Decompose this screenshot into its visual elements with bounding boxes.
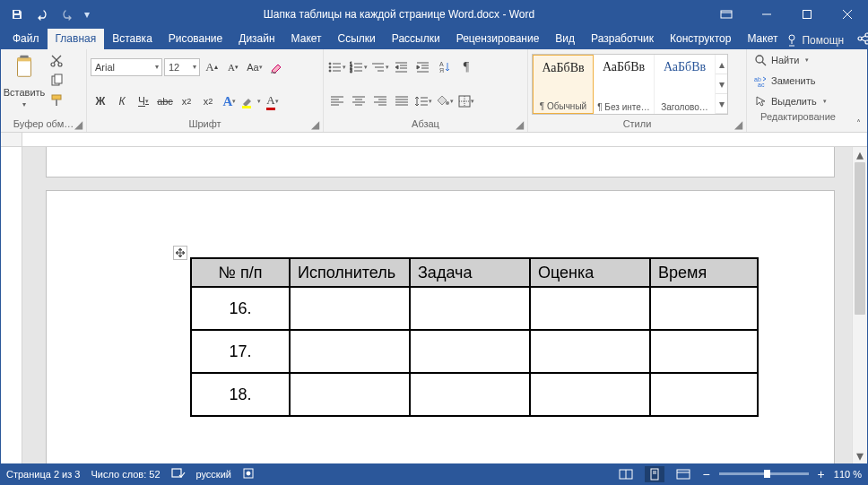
paragraph-launcher-icon[interactable]: ◢ <box>514 118 525 130</box>
replace-button[interactable]: abacЗаменить <box>754 72 846 90</box>
highlight-icon[interactable]: ▾ <box>241 91 261 111</box>
status-page[interactable]: Страница 2 из 3 <box>6 469 80 480</box>
styles-launcher-icon[interactable]: ◢ <box>733 118 744 130</box>
underline-icon[interactable]: Ч▾ <box>134 91 153 111</box>
tab-review[interactable]: Рецензирование <box>448 29 548 49</box>
share-icon[interactable] <box>856 31 868 49</box>
tab-constructor[interactable]: Конструктор <box>662 29 739 49</box>
table-header-cell[interactable]: Задача <box>410 258 530 287</box>
read-mode-icon[interactable] <box>616 466 636 482</box>
scroll-thumb[interactable] <box>855 162 865 315</box>
cut-icon[interactable] <box>47 51 66 71</box>
borders-icon[interactable]: ▾ <box>456 91 476 111</box>
italic-icon[interactable]: К <box>112 91 132 111</box>
help-tell-me[interactable]: Помощн <box>786 34 844 47</box>
text-effects-icon[interactable]: A▾ <box>220 91 239 111</box>
vertical-ruler[interactable] <box>1 147 22 463</box>
font-launcher-icon[interactable]: ◢ <box>309 118 321 130</box>
bold-icon[interactable]: Ж <box>91 91 110 111</box>
font-color-icon[interactable]: A▾ <box>263 91 282 111</box>
align-justify-icon[interactable] <box>392 91 412 111</box>
subscript-icon[interactable]: x2 <box>177 91 196 111</box>
tab-developer[interactable]: Разработчик <box>583 29 662 49</box>
table-row[interactable]: 16. <box>191 287 758 330</box>
table-header-cell[interactable]: Время <box>650 258 758 287</box>
macro-icon[interactable] <box>242 467 255 481</box>
scroll-up-icon[interactable]: ▴ <box>853 147 867 162</box>
grow-font-icon[interactable]: A▴ <box>202 57 221 77</box>
tab-layout[interactable]: Макет <box>283 29 330 49</box>
copy-icon[interactable] <box>47 71 66 91</box>
clipboard-launcher-icon[interactable]: ◢ <box>73 118 84 130</box>
change-case-icon[interactable]: Aa▾ <box>245 57 265 77</box>
paste-button[interactable]: Вставить ▾ <box>4 51 44 110</box>
tab-draw[interactable]: Рисование <box>161 29 230 49</box>
print-layout-icon[interactable] <box>645 466 664 482</box>
strikethrough-icon[interactable]: abc <box>155 91 175 111</box>
table-move-handle-icon[interactable] <box>173 246 187 260</box>
qat-customize-icon[interactable]: ▾ <box>82 4 92 24</box>
align-left-icon[interactable] <box>327 91 347 111</box>
undo-icon[interactable] <box>31 4 53 24</box>
zoom-slider[interactable] <box>719 472 809 475</box>
style-normal[interactable]: АаБбВв ¶ Обычный <box>533 55 594 114</box>
maximize-icon[interactable] <box>786 1 827 27</box>
align-right-icon[interactable] <box>370 91 390 111</box>
styles-down-icon[interactable]: ▾ <box>716 74 727 94</box>
zoom-in-icon[interactable]: + <box>818 467 825 481</box>
table-header-cell[interactable]: Оценка <box>530 258 650 287</box>
redo-icon[interactable] <box>56 4 78 24</box>
superscript-icon[interactable]: x2 <box>198 91 218 111</box>
table-header-cell[interactable]: № п/п <box>191 258 290 287</box>
select-button[interactable]: Выделить▾ <box>754 92 846 110</box>
status-language[interactable]: русский <box>196 469 231 480</box>
tab-insert[interactable]: Вставка <box>104 29 161 49</box>
web-layout-icon[interactable] <box>673 466 693 482</box>
multilevel-icon[interactable]: ▾ <box>370 57 390 77</box>
styles-up-icon[interactable]: ▴ <box>716 55 727 74</box>
close-icon[interactable] <box>827 1 867 27</box>
tab-file[interactable]: Файл <box>4 29 48 49</box>
table-header-cell[interactable]: Исполнитель <box>290 258 410 287</box>
bullets-icon[interactable]: ▾ <box>327 57 347 77</box>
horizontal-ruler[interactable] <box>1 133 867 147</box>
document-canvas[interactable]: № п/п Исполнитель Задача Оценка Время 16… <box>22 147 852 463</box>
ribbon-display-icon[interactable] <box>706 1 746 27</box>
tab-home[interactable]: Главная <box>48 29 105 49</box>
increase-indent-icon[interactable] <box>413 57 433 77</box>
zoom-level[interactable]: 110 % <box>834 469 862 480</box>
status-words[interactable]: Число слов: 52 <box>91 469 160 480</box>
zoom-out-icon[interactable]: − <box>702 467 709 481</box>
style-no-interval[interactable]: АаБбВв ¶ Без инте… <box>594 55 655 114</box>
table-row[interactable]: 17. <box>191 330 758 373</box>
tab-references[interactable]: Ссылки <box>330 29 384 49</box>
sort-icon[interactable]: AЯ <box>435 57 455 77</box>
tab-design[interactable]: Дизайн <box>230 29 282 49</box>
find-button[interactable]: Найти▾ <box>754 51 846 69</box>
vertical-scrollbar[interactable]: ▴ ▾ <box>852 147 867 463</box>
spellcheck-icon[interactable] <box>171 467 186 481</box>
shrink-font-icon[interactable]: A▾ <box>223 57 243 77</box>
table-header-row[interactable]: № п/п Исполнитель Задача Оценка Время <box>191 258 758 287</box>
minimize-icon[interactable] <box>746 1 786 27</box>
save-icon[interactable] <box>6 4 28 24</box>
font-size-combo[interactable]: 12▾ <box>164 58 200 76</box>
shading-icon[interactable]: ▾ <box>435 91 455 111</box>
show-marks-icon[interactable]: ¶ <box>456 57 476 77</box>
line-spacing-icon[interactable]: ▾ <box>413 91 433 111</box>
style-heading[interactable]: АаБбВв Заголово… <box>655 55 716 114</box>
clear-formatting-icon[interactable] <box>266 57 286 77</box>
scroll-down-icon[interactable]: ▾ <box>853 448 867 463</box>
font-name-combo[interactable]: Arial▾ <box>91 58 162 76</box>
decrease-indent-icon[interactable] <box>392 57 412 77</box>
format-painter-icon[interactable] <box>47 91 66 110</box>
align-center-icon[interactable] <box>349 91 369 111</box>
tab-layout2[interactable]: Макет <box>739 29 786 49</box>
document-table[interactable]: № п/п Исполнитель Задача Оценка Время 16… <box>190 257 759 417</box>
numbering-icon[interactable]: 123▾ <box>349 57 369 77</box>
styles-more-icon[interactable]: ▾ <box>716 94 727 114</box>
tab-view[interactable]: Вид <box>547 29 583 49</box>
collapse-ribbon-icon[interactable]: ˄ <box>856 118 861 128</box>
table-row[interactable]: 18. <box>191 373 758 416</box>
tab-mailings[interactable]: Рассылки <box>384 29 448 49</box>
